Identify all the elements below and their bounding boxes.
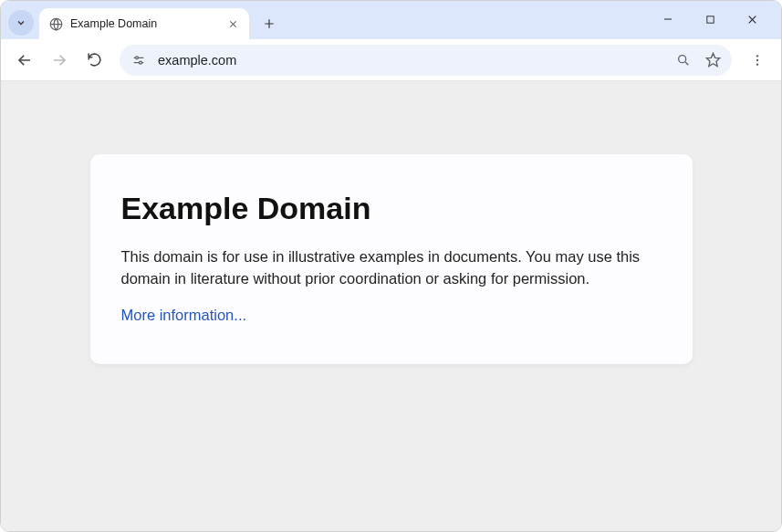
tab-strip: Example Domain bbox=[1, 1, 781, 39]
maximize-icon bbox=[705, 15, 715, 25]
svg-rect-7 bbox=[706, 16, 713, 22]
content-card: Example Domain This domain is for use in… bbox=[90, 154, 693, 364]
close-icon bbox=[228, 19, 238, 29]
minimize-icon bbox=[662, 14, 673, 25]
more-vertical-icon bbox=[750, 53, 765, 68]
plus-icon bbox=[263, 17, 276, 30]
svg-point-14 bbox=[136, 56, 139, 58]
arrow-left-icon bbox=[16, 52, 33, 68]
page-heading: Example Domain bbox=[121, 191, 662, 226]
magnifier-icon bbox=[676, 53, 691, 68]
window-controls bbox=[655, 6, 774, 32]
arrow-right-icon bbox=[51, 52, 68, 68]
browser-menu-button[interactable] bbox=[743, 46, 772, 75]
window-maximize-button[interactable] bbox=[697, 6, 723, 32]
bookmark-button[interactable] bbox=[703, 50, 723, 70]
svg-point-19 bbox=[756, 55, 758, 57]
url-input[interactable] bbox=[158, 53, 664, 68]
svg-line-17 bbox=[685, 62, 688, 65]
site-info-button[interactable] bbox=[129, 50, 149, 70]
tune-icon bbox=[131, 53, 146, 68]
star-icon bbox=[705, 52, 721, 68]
browser-tab[interactable]: Example Domain bbox=[39, 8, 249, 39]
page-body: This domain is for use in illustrative e… bbox=[121, 246, 662, 290]
reload-icon bbox=[87, 52, 102, 68]
window-close-button[interactable] bbox=[739, 6, 765, 32]
address-bar[interactable] bbox=[120, 45, 732, 76]
search-tabs-button[interactable] bbox=[8, 10, 34, 36]
svg-point-21 bbox=[756, 63, 758, 65]
chevron-down-icon bbox=[16, 17, 26, 28]
svg-point-20 bbox=[756, 58, 758, 60]
more-info-link[interactable]: More information... bbox=[121, 307, 247, 323]
page-viewport: Example Domain This domain is for use in… bbox=[1, 81, 781, 531]
reload-button[interactable] bbox=[79, 46, 109, 75]
svg-marker-18 bbox=[706, 53, 719, 66]
globe-icon bbox=[48, 16, 63, 31]
back-button[interactable] bbox=[10, 46, 39, 75]
toolbar bbox=[1, 39, 781, 81]
new-tab-button[interactable] bbox=[256, 11, 282, 37]
window-minimize-button[interactable] bbox=[655, 6, 681, 32]
svg-point-16 bbox=[679, 55, 686, 62]
tab-close-button[interactable] bbox=[225, 16, 240, 31]
close-icon bbox=[746, 14, 758, 26]
svg-point-15 bbox=[140, 61, 142, 64]
zoom-button[interactable] bbox=[673, 50, 693, 70]
forward-button[interactable] bbox=[45, 46, 74, 75]
tab-title: Example Domain bbox=[70, 17, 218, 30]
